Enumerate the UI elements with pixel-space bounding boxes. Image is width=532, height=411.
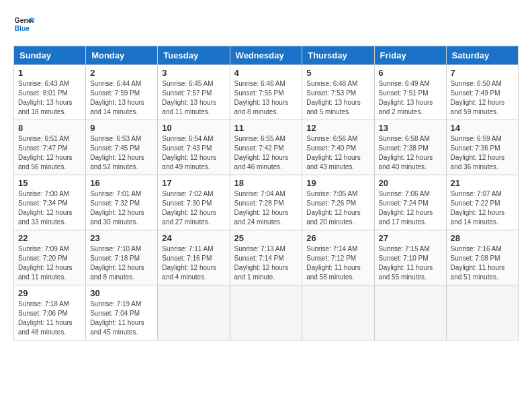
- calendar-cell: [230, 285, 302, 340]
- day-number: 9: [90, 123, 153, 133]
- day-info: Sunrise: 7:00 AM Sunset: 7:34 PM Dayligh…: [18, 189, 81, 227]
- day-info: Sunrise: 6:56 AM Sunset: 7:40 PM Dayligh…: [306, 134, 369, 172]
- day-number: 12: [306, 123, 369, 133]
- calendar-cell: [446, 285, 518, 340]
- calendar-cell: 10 Sunrise: 6:54 AM Sunset: 7:43 PM Dayl…: [158, 120, 230, 175]
- day-info: Sunrise: 7:07 AM Sunset: 7:22 PM Dayligh…: [451, 189, 514, 227]
- day-info: Sunrise: 6:48 AM Sunset: 7:53 PM Dayligh…: [306, 79, 369, 117]
- day-number: 28: [451, 233, 514, 243]
- calendar-cell: 9 Sunrise: 6:53 AM Sunset: 7:45 PM Dayli…: [86, 120, 158, 175]
- day-number: 11: [234, 123, 298, 133]
- day-number: 16: [90, 178, 153, 188]
- calendar-cell: 20 Sunrise: 7:06 AM Sunset: 7:24 PM Dayl…: [374, 175, 446, 230]
- day-info: Sunrise: 7:16 AM Sunset: 7:08 PM Dayligh…: [451, 244, 514, 282]
- day-number: 22: [18, 233, 81, 243]
- day-number: 4: [234, 68, 298, 78]
- calendar-cell: 13 Sunrise: 6:58 AM Sunset: 7:38 PM Dayl…: [374, 120, 446, 175]
- day-number: 17: [162, 178, 225, 188]
- day-number: 5: [306, 68, 369, 78]
- day-info: Sunrise: 6:58 AM Sunset: 7:38 PM Dayligh…: [379, 134, 442, 172]
- day-number: 7: [451, 68, 514, 78]
- calendar-cell: 14 Sunrise: 6:59 AM Sunset: 7:36 PM Dayl…: [446, 120, 518, 175]
- week-row-4: 22 Sunrise: 7:09 AM Sunset: 7:20 PM Dayl…: [14, 230, 519, 285]
- col-header-friday: Friday: [374, 46, 446, 65]
- calendar-cell: 26 Sunrise: 7:14 AM Sunset: 7:12 PM Dayl…: [302, 230, 374, 285]
- day-number: 13: [379, 123, 442, 133]
- day-info: Sunrise: 7:05 AM Sunset: 7:26 PM Dayligh…: [306, 189, 369, 227]
- calendar-cell: 18 Sunrise: 7:04 AM Sunset: 7:28 PM Dayl…: [230, 175, 302, 230]
- day-info: Sunrise: 6:59 AM Sunset: 7:36 PM Dayligh…: [451, 134, 514, 172]
- day-info: Sunrise: 7:11 AM Sunset: 7:16 PM Dayligh…: [162, 244, 225, 282]
- calendar-cell: 21 Sunrise: 7:07 AM Sunset: 7:22 PM Dayl…: [446, 175, 518, 230]
- day-info: Sunrise: 7:04 AM Sunset: 7:28 PM Dayligh…: [234, 189, 298, 227]
- day-info: Sunrise: 7:01 AM Sunset: 7:32 PM Dayligh…: [90, 189, 153, 227]
- calendar-cell: [158, 285, 230, 340]
- day-number: 1: [18, 68, 81, 78]
- calendar-cell: 23 Sunrise: 7:10 AM Sunset: 7:18 PM Dayl…: [86, 230, 158, 285]
- calendar-cell: 3 Sunrise: 6:45 AM Sunset: 7:57 PM Dayli…: [158, 65, 230, 120]
- calendar-cell: 5 Sunrise: 6:48 AM Sunset: 7:53 PM Dayli…: [302, 65, 374, 120]
- day-number: 2: [90, 68, 153, 78]
- day-number: 10: [162, 123, 225, 133]
- day-info: Sunrise: 6:46 AM Sunset: 7:55 PM Dayligh…: [234, 79, 298, 117]
- day-info: Sunrise: 6:44 AM Sunset: 7:59 PM Dayligh…: [90, 79, 153, 117]
- svg-text:Blue: Blue: [15, 25, 30, 32]
- page-header: General Blue: [13, 13, 519, 35]
- calendar-cell: 28 Sunrise: 7:16 AM Sunset: 7:08 PM Dayl…: [446, 230, 518, 285]
- day-info: Sunrise: 7:19 AM Sunset: 7:04 PM Dayligh…: [90, 300, 153, 337]
- day-number: 24: [162, 233, 225, 243]
- calendar-cell: 2 Sunrise: 6:44 AM Sunset: 7:59 PM Dayli…: [86, 65, 158, 120]
- calendar-cell: 19 Sunrise: 7:05 AM Sunset: 7:26 PM Dayl…: [302, 175, 374, 230]
- day-number: 26: [306, 233, 369, 243]
- calendar-cell: 1 Sunrise: 6:43 AM Sunset: 8:01 PM Dayli…: [14, 65, 86, 120]
- day-info: Sunrise: 7:10 AM Sunset: 7:18 PM Dayligh…: [90, 244, 153, 282]
- day-number: 6: [379, 68, 442, 78]
- day-number: 18: [234, 178, 298, 188]
- day-info: Sunrise: 7:06 AM Sunset: 7:24 PM Dayligh…: [379, 189, 442, 227]
- logo: General Blue: [13, 13, 35, 35]
- week-row-5: 29 Sunrise: 7:18 AM Sunset: 7:06 PM Dayl…: [14, 285, 519, 340]
- day-number: 29: [18, 288, 81, 298]
- day-info: Sunrise: 7:09 AM Sunset: 7:20 PM Dayligh…: [18, 244, 81, 282]
- calendar-cell: 15 Sunrise: 7:00 AM Sunset: 7:34 PM Dayl…: [14, 175, 86, 230]
- day-number: 20: [379, 178, 442, 188]
- day-number: 30: [90, 288, 153, 298]
- calendar-cell: [374, 285, 446, 340]
- day-number: 25: [234, 233, 298, 243]
- calendar-cell: 12 Sunrise: 6:56 AM Sunset: 7:40 PM Dayl…: [302, 120, 374, 175]
- calendar-cell: 22 Sunrise: 7:09 AM Sunset: 7:20 PM Dayl…: [14, 230, 86, 285]
- day-info: Sunrise: 7:02 AM Sunset: 7:30 PM Dayligh…: [162, 189, 225, 227]
- day-number: 21: [451, 178, 514, 188]
- calendar-cell: 17 Sunrise: 7:02 AM Sunset: 7:30 PM Dayl…: [158, 175, 230, 230]
- day-info: Sunrise: 6:45 AM Sunset: 7:57 PM Dayligh…: [162, 79, 225, 117]
- col-header-tuesday: Tuesday: [158, 46, 230, 65]
- week-row-2: 8 Sunrise: 6:51 AM Sunset: 7:47 PM Dayli…: [14, 120, 519, 175]
- calendar-cell: 25 Sunrise: 7:13 AM Sunset: 7:14 PM Dayl…: [230, 230, 302, 285]
- day-number: 8: [18, 123, 81, 133]
- logo-icon: General Blue: [13, 13, 35, 35]
- week-row-1: 1 Sunrise: 6:43 AM Sunset: 8:01 PM Dayli…: [14, 65, 519, 120]
- calendar-cell: 27 Sunrise: 7:15 AM Sunset: 7:10 PM Dayl…: [374, 230, 446, 285]
- calendar-cell: 7 Sunrise: 6:50 AM Sunset: 7:49 PM Dayli…: [446, 65, 518, 120]
- day-number: 23: [90, 233, 153, 243]
- day-info: Sunrise: 7:15 AM Sunset: 7:10 PM Dayligh…: [379, 244, 442, 282]
- calendar-cell: 29 Sunrise: 7:18 AM Sunset: 7:06 PM Dayl…: [14, 285, 86, 340]
- day-number: 14: [451, 123, 514, 133]
- day-info: Sunrise: 7:18 AM Sunset: 7:06 PM Dayligh…: [18, 300, 81, 337]
- calendar-cell: [302, 285, 374, 340]
- col-header-monday: Monday: [86, 46, 158, 65]
- day-info: Sunrise: 7:14 AM Sunset: 7:12 PM Dayligh…: [306, 244, 369, 282]
- day-info: Sunrise: 6:55 AM Sunset: 7:42 PM Dayligh…: [234, 134, 298, 172]
- day-info: Sunrise: 6:54 AM Sunset: 7:43 PM Dayligh…: [162, 134, 225, 172]
- col-header-saturday: Saturday: [446, 46, 518, 65]
- calendar-cell: 30 Sunrise: 7:19 AM Sunset: 7:04 PM Dayl…: [86, 285, 158, 340]
- week-row-3: 15 Sunrise: 7:00 AM Sunset: 7:34 PM Dayl…: [14, 175, 519, 230]
- calendar-cell: 24 Sunrise: 7:11 AM Sunset: 7:16 PM Dayl…: [158, 230, 230, 285]
- calendar-cell: 8 Sunrise: 6:51 AM Sunset: 7:47 PM Dayli…: [14, 120, 86, 175]
- day-number: 27: [379, 233, 442, 243]
- day-number: 3: [162, 68, 225, 78]
- day-number: 15: [18, 178, 81, 188]
- day-info: Sunrise: 7:13 AM Sunset: 7:14 PM Dayligh…: [234, 244, 298, 282]
- day-info: Sunrise: 6:53 AM Sunset: 7:45 PM Dayligh…: [90, 134, 153, 172]
- calendar-cell: 6 Sunrise: 6:49 AM Sunset: 7:51 PM Dayli…: [374, 65, 446, 120]
